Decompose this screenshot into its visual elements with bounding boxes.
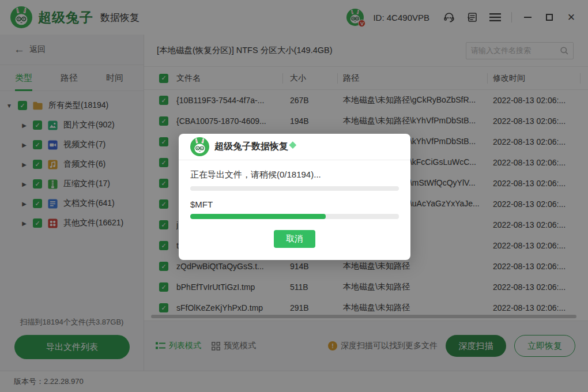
dialog-title: 超级兔子数据恢复 xyxy=(214,141,288,153)
cancel-button[interactable]: 取消 xyxy=(274,230,315,248)
export-status-text: 正在导出文件，请稍候(0/18194)... xyxy=(190,169,399,180)
diamond-sparkle-icon xyxy=(289,141,296,149)
dialog-header: 超级兔子数据恢复 xyxy=(179,134,410,160)
total-progress-bar xyxy=(190,186,399,191)
export-progress-dialog: 超级兔子数据恢复 正在导出文件，请稍候(0/18194)... $MFT 取消 xyxy=(179,134,410,260)
rabbit-logo-icon xyxy=(190,137,209,156)
file-progress-bar xyxy=(190,214,399,219)
current-file-name: $MFT xyxy=(190,199,399,209)
app-window: 超级兔子 数据恢复 V ID: 4C490VPB xyxy=(0,0,588,392)
file-progress-fill xyxy=(190,214,326,219)
